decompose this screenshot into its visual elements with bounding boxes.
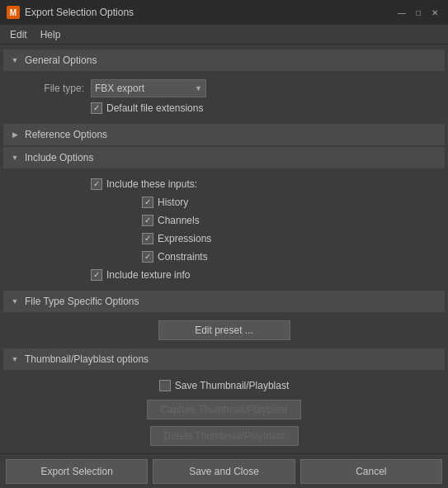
- thumbnail-arrow: ▼: [10, 354, 20, 364]
- include-options-body: Include these inputs: History Channels E…: [3, 170, 445, 291]
- window-title: Export Selection Options: [25, 7, 395, 18]
- capture-thumbnail-button[interactable]: Capture Thumbnail/Playblast: [147, 400, 302, 419]
- file-type-specific-body: Edit preset ...: [3, 314, 445, 348]
- include-inputs-check-row: Include these inputs:: [91, 177, 197, 192]
- delete-thumbnail-row: Delete Thumbnail/Playblast: [3, 424, 445, 448]
- include-inputs-label: Include these inputs:: [106, 178, 197, 190]
- expressions-label: Expressions: [158, 233, 211, 244]
- constraints-checkbox[interactable]: [142, 251, 153, 263]
- constraints-row: Constraints: [135, 248, 445, 266]
- include-options-arrow: ▼: [10, 153, 20, 163]
- close-button[interactable]: ✕: [428, 6, 441, 19]
- include-texture-row: Include texture info: [3, 266, 445, 284]
- bottom-bar: Export Selection Save and Close Cancel: [0, 453, 448, 488]
- app-icon: M: [7, 6, 20, 19]
- export-selection-button[interactable]: Export Selection: [6, 459, 148, 484]
- file-type-specific-arrow: ▼: [10, 296, 20, 306]
- history-label: History: [158, 197, 188, 208]
- save-and-close-button[interactable]: Save and Close: [153, 459, 295, 484]
- thumbnail-body: Save Thumbnail/Playblast Capture Thumbna…: [3, 372, 445, 453]
- include-inputs-checkbox[interactable]: [91, 178, 102, 190]
- include-options-title: Include Options: [25, 152, 93, 163]
- menu-help[interactable]: Help: [34, 27, 68, 42]
- thumbnail-header[interactable]: ▼ Thumbnail/Playblast options: [3, 348, 445, 370]
- edit-preset-row: Edit preset ...: [3, 319, 445, 342]
- cancel-button[interactable]: Cancel: [300, 459, 442, 484]
- minimize-button[interactable]: —: [395, 6, 408, 19]
- file-type-value: FBX export: [95, 83, 191, 94]
- save-thumbnail-checkbox[interactable]: [159, 380, 171, 391]
- general-options-body: File type: FBX export ▼ Default file ext…: [3, 73, 445, 124]
- history-checkbox[interactable]: [142, 197, 153, 208]
- file-type-row: File type: FBX export ▼: [3, 78, 445, 99]
- save-thumbnail-check-row: Save Thumbnail/Playblast: [159, 378, 290, 393]
- include-texture-label: Include texture info: [106, 269, 190, 281]
- history-row: History: [135, 193, 445, 211]
- reference-options-arrow: ▶: [10, 130, 20, 140]
- include-inputs-row: Include these inputs:: [3, 175, 445, 193]
- edit-preset-button[interactable]: Edit preset ...: [158, 320, 290, 340]
- general-options-header[interactable]: ▼ General Options: [3, 50, 445, 71]
- default-extensions-label: Default file extensions: [106, 102, 203, 114]
- channels-checkbox[interactable]: [142, 215, 153, 226]
- history-check-row: History: [142, 195, 188, 210]
- reference-options-title: Reference Options: [25, 129, 107, 140]
- thumbnail-title: Thumbnail/Playblast options: [25, 353, 149, 365]
- save-thumbnail-label: Save Thumbnail/Playblast: [175, 380, 290, 391]
- general-options-arrow: ▼: [10, 55, 20, 65]
- menu-bar: Edit Help: [0, 25, 448, 45]
- delete-thumbnail-button[interactable]: Delete Thumbnail/Playblast: [150, 426, 299, 446]
- default-extensions-check-row: Default file extensions: [91, 101, 203, 116]
- constraints-check-row: Constraints: [142, 249, 208, 264]
- file-type-label: File type:: [10, 83, 84, 94]
- menu-edit[interactable]: Edit: [3, 27, 34, 42]
- save-thumbnail-row: Save Thumbnail/Playblast: [3, 377, 445, 395]
- channels-check-row: Channels: [142, 213, 200, 228]
- general-options-title: General Options: [25, 54, 97, 66]
- file-type-specific-header[interactable]: ▼ File Type Specific Options: [3, 291, 445, 312]
- main-content: ▼ General Options File type: FBX export …: [0, 45, 448, 453]
- dropdown-arrow-icon: ▼: [195, 84, 202, 92]
- channels-row: Channels: [135, 211, 445, 230]
- expressions-checkbox[interactable]: [142, 233, 153, 244]
- title-bar: M Export Selection Options — □ ✕: [0, 0, 448, 25]
- default-extensions-row: Default file extensions: [3, 99, 445, 117]
- capture-thumbnail-row: Capture Thumbnail/Playblast: [3, 398, 445, 421]
- file-type-dropdown[interactable]: FBX export ▼: [91, 79, 206, 97]
- window-controls: — □ ✕: [395, 6, 441, 19]
- include-texture-checkbox[interactable]: [91, 269, 102, 281]
- include-options-header[interactable]: ▼ Include Options: [3, 147, 445, 168]
- default-extensions-checkbox[interactable]: [91, 102, 102, 114]
- include-texture-check-row: Include texture info: [91, 268, 190, 282]
- channels-label: Channels: [158, 215, 200, 226]
- expressions-check-row: Expressions: [142, 231, 211, 246]
- maximize-button[interactable]: □: [412, 6, 425, 19]
- constraints-label: Constraints: [158, 251, 208, 263]
- reference-options-header[interactable]: ▶ Reference Options: [3, 124, 445, 145]
- expressions-row: Expressions: [135, 230, 445, 248]
- file-type-specific-title: File Type Specific Options: [25, 296, 139, 307]
